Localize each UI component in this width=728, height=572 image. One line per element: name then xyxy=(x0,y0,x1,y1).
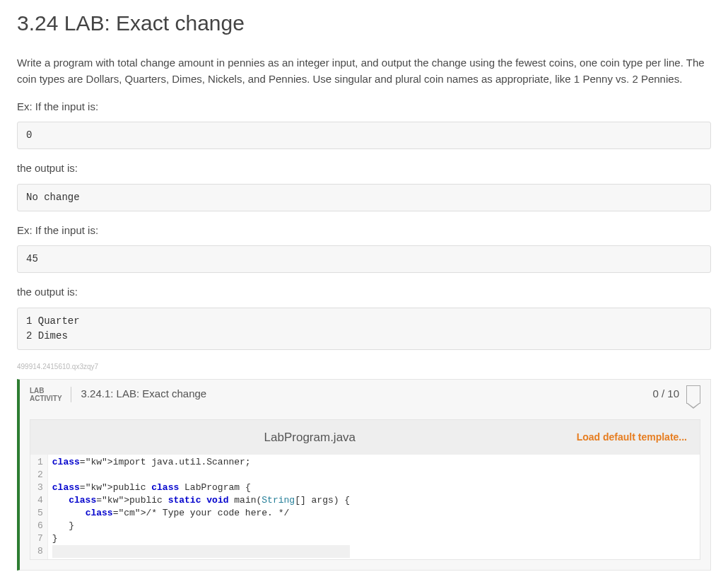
editor-header: LabProgram.java Load default template... xyxy=(30,420,700,455)
lab-header: LAB ACTIVITY 3.24.1: LAB: Exact change 0… xyxy=(20,380,710,409)
example1-output-label: the output is: xyxy=(17,160,711,177)
reference-id: 499914.2415610.qx3zqy7 xyxy=(17,361,711,372)
filename-label: LabProgram.java xyxy=(43,428,577,447)
example1-input-label: Ex: If the input is: xyxy=(17,99,711,115)
lab-activity-panel: LAB ACTIVITY 3.24.1: LAB: Exact change 0… xyxy=(17,379,711,571)
example2-output: 1 Quarter 2 Dimes xyxy=(17,308,711,350)
code-editor-panel: LabProgram.java Load default template...… xyxy=(30,419,700,561)
lab-activity-title: 3.24.1: LAB: Exact change xyxy=(81,386,653,402)
example2-input-label: Ex: If the input is: xyxy=(17,223,711,239)
code-lines[interactable]: class="kw">import java.util.Scanner; cla… xyxy=(48,455,354,559)
example1-input: 0 xyxy=(17,122,711,149)
example1-output: No change xyxy=(17,184,711,211)
page-title: 3.24 LAB: Exact change xyxy=(17,7,711,39)
lab-tag: LAB ACTIVITY xyxy=(30,387,71,402)
load-default-template-link[interactable]: Load default template... xyxy=(577,430,687,445)
example2-input: 45 xyxy=(17,245,711,273)
lab-score: 0 / 10 xyxy=(652,386,679,402)
example2-output-label: the output is: xyxy=(17,284,711,300)
code-editor[interactable]: 12345678 class="kw">import java.util.Sca… xyxy=(30,455,700,559)
line-gutter: 12345678 xyxy=(30,455,48,559)
bookmark-icon[interactable] xyxy=(686,385,700,404)
problem-description: Write a program with total change amount… xyxy=(17,54,711,88)
